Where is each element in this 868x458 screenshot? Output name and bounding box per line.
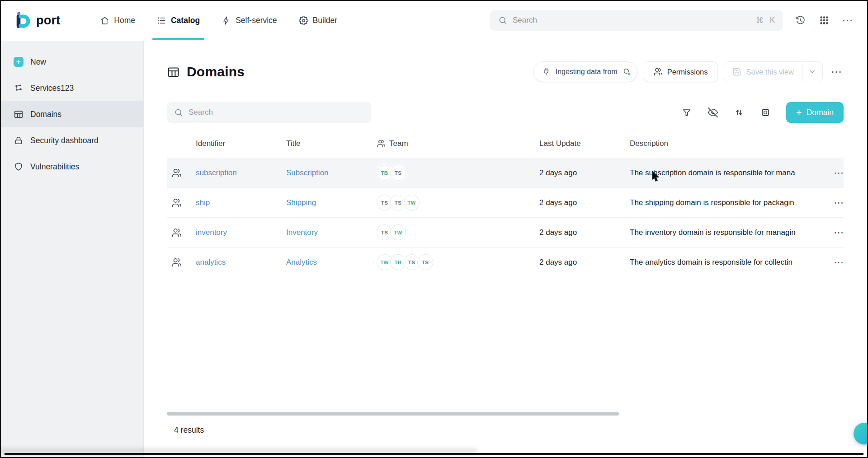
group-by-button[interactable] bbox=[755, 103, 775, 122]
description-cell: The analytics domain is responsible for … bbox=[630, 258, 822, 267]
toolbar-icons: + Domain bbox=[677, 102, 844, 123]
identifier-link[interactable]: analytics bbox=[196, 258, 226, 266]
sidebar-item-label: Security dashboard bbox=[30, 136, 99, 145]
ellipsis-icon: ⋯ bbox=[842, 15, 854, 26]
history-button[interactable] bbox=[791, 11, 810, 30]
table-icon bbox=[167, 65, 180, 79]
domain-blueprint-icon bbox=[171, 198, 181, 208]
domain-blueprint-icon bbox=[171, 228, 181, 238]
domain-blueprint-icon bbox=[171, 257, 181, 267]
sidebar-item-domains[interactable]: Domains bbox=[1, 101, 143, 127]
exporter-status-icon bbox=[623, 67, 632, 76]
sidebar-item-services123[interactable]: Services123 bbox=[1, 75, 143, 101]
table-search[interactable] bbox=[167, 102, 371, 123]
hide-properties-button[interactable] bbox=[703, 103, 723, 122]
group-by-icon bbox=[760, 107, 770, 117]
team-header-label: Team bbox=[389, 139, 408, 148]
lightning-icon bbox=[222, 16, 231, 25]
cmd-key: ⌘ bbox=[756, 16, 764, 25]
bottom-edge-bar bbox=[5, 453, 863, 455]
team-avatars: TS TS TW bbox=[377, 195, 539, 210]
title-link[interactable]: Subscription bbox=[286, 168, 329, 177]
permissions-label: Permissions bbox=[667, 68, 708, 76]
header-cell-team: Team bbox=[377, 139, 539, 148]
title-link[interactable]: Analytics bbox=[286, 258, 317, 266]
sidebar-item-vulnerabilities[interactable]: Vulnerabilities bbox=[1, 154, 143, 180]
title-link[interactable]: Inventory bbox=[286, 228, 318, 237]
avatar: TS bbox=[390, 165, 406, 181]
sidebar-item-security-dashboard[interactable]: Security dashboard bbox=[1, 127, 143, 154]
table-search-input[interactable] bbox=[189, 108, 364, 117]
table-icon bbox=[14, 109, 24, 119]
main-content: Domains Ingesting data from bbox=[144, 41, 867, 457]
permissions-button[interactable]: Permissions bbox=[644, 61, 717, 82]
last-update-cell: 2 days ago bbox=[539, 168, 630, 178]
results-count: 4 results bbox=[174, 425, 204, 435]
nav-item-label: Catalog bbox=[171, 16, 200, 25]
identifier-link[interactable]: subscription bbox=[196, 168, 237, 177]
table-toolbar: + Domain bbox=[144, 82, 867, 123]
description-cell: The inventory domain is responsible for … bbox=[630, 228, 822, 237]
description-cell: The shipping domain is responsible for p… bbox=[630, 198, 822, 207]
row-more-button[interactable]: ⋯ bbox=[822, 257, 844, 267]
nav-item-builder[interactable]: Builder bbox=[299, 1, 337, 40]
top-navbar: port Home Catalog Self-servi bbox=[1, 1, 867, 40]
table-row[interactable]: analytics Analytics TW TB TS TS 2 days a… bbox=[167, 248, 844, 277]
logo-text: port bbox=[36, 14, 60, 28]
filter-icon bbox=[682, 107, 692, 117]
domains-table: Identifier Title Team Last Update Descri… bbox=[144, 123, 867, 277]
row-more-button[interactable]: ⋯ bbox=[822, 198, 844, 208]
page-more-button[interactable]: ⋯ bbox=[829, 66, 844, 77]
search-icon bbox=[174, 108, 183, 117]
table-header-row: Identifier Title Team Last Update Descri… bbox=[167, 129, 844, 158]
title-link[interactable]: Shipping bbox=[286, 198, 316, 207]
topnav-more-button[interactable]: ⋯ bbox=[838, 11, 857, 30]
avatar: TW bbox=[404, 195, 420, 210]
lock-icon bbox=[14, 136, 24, 145]
port-logo[interactable]: port bbox=[14, 11, 60, 30]
sort-button[interactable] bbox=[729, 103, 749, 122]
nav-item-label: Builder bbox=[313, 16, 337, 25]
sort-arrows-icon bbox=[734, 107, 744, 117]
avatar: TS bbox=[417, 254, 433, 270]
nav-item-home[interactable]: Home bbox=[100, 1, 135, 40]
row-more-button[interactable]: ⋯ bbox=[822, 228, 844, 238]
domain-blueprint-icon bbox=[171, 168, 181, 178]
nav-item-catalog[interactable]: Catalog bbox=[157, 1, 200, 40]
header-cell-title: Title bbox=[286, 139, 377, 148]
save-view-button[interactable]: Save this view bbox=[724, 62, 802, 82]
add-domain-label: Domain bbox=[807, 108, 834, 117]
team-avatars: TW TB TS TS bbox=[377, 254, 539, 270]
table-row[interactable]: ship Shipping TS TS TW 2 days ago The sh… bbox=[167, 188, 844, 218]
filter-button[interactable] bbox=[677, 103, 697, 122]
table-row[interactable]: inventory Inventory TS TW 2 days ago The… bbox=[167, 218, 844, 248]
global-search[interactable]: ⌘ K bbox=[490, 10, 783, 31]
horizontal-scrollbar[interactable] bbox=[167, 412, 619, 416]
apps-grid-button[interactable] bbox=[815, 11, 834, 30]
sidebar-item-new[interactable]: New bbox=[1, 49, 143, 75]
save-view-dropdown-button[interactable] bbox=[802, 62, 822, 82]
nav-item-label: Home bbox=[114, 16, 135, 25]
save-icon bbox=[732, 67, 741, 76]
ingesting-data-pill[interactable]: Ingesting data from bbox=[533, 61, 637, 82]
save-view-split-button: Save this view bbox=[724, 61, 823, 82]
sidebar-item-label: New bbox=[30, 57, 46, 67]
identifier-link[interactable]: inventory bbox=[196, 228, 227, 237]
identifier-link[interactable]: ship bbox=[196, 198, 210, 207]
sidebar-item-label: Vulnerabilities bbox=[30, 162, 79, 172]
history-icon bbox=[796, 15, 806, 25]
row-more-button[interactable]: ⋯ bbox=[822, 168, 844, 178]
topnav-right: ⌘ K ⋯ bbox=[490, 10, 857, 31]
page-header: Domains Ingesting data from bbox=[144, 41, 867, 82]
search-icon bbox=[498, 16, 507, 25]
port-logo-icon bbox=[14, 11, 32, 30]
gear-icon bbox=[299, 16, 308, 25]
last-update-cell: 2 days ago bbox=[539, 228, 630, 237]
team-avatars: TB TS bbox=[377, 165, 539, 181]
sidebar-item-label: Services123 bbox=[30, 84, 74, 93]
avatar: TW bbox=[390, 224, 406, 240]
table-row[interactable]: subscription Subscription TB TS 2 days a… bbox=[167, 158, 844, 188]
nav-item-self-service[interactable]: Self-service bbox=[222, 1, 277, 40]
add-domain-button[interactable]: + Domain bbox=[786, 102, 844, 123]
global-search-input[interactable] bbox=[513, 16, 750, 25]
